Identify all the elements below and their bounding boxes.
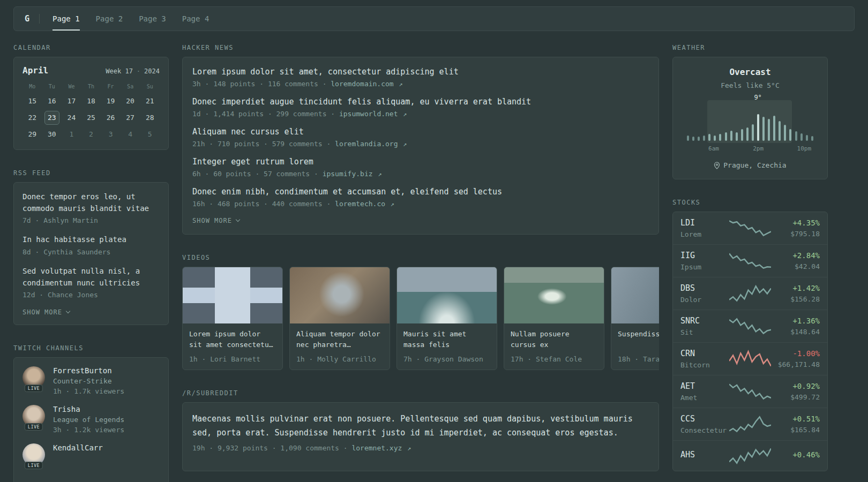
stock-row[interactable]: CRN Bitcorn -1.00% $66,171.48 xyxy=(673,342,827,375)
hn-item[interactable]: Lorem ipsum dolor sit amet, consectetur … xyxy=(192,67,649,88)
hn-item-stats: 1d · 1,414 points · 299 comments · xyxy=(192,110,339,118)
subreddit-post-title[interactable]: Maecenas mollis pulvinar erat non posuer… xyxy=(192,412,649,440)
app-logo[interactable]: G xyxy=(25,7,29,31)
videos-section-title: VIDEOS xyxy=(182,254,659,261)
twitch-channel-row[interactable]: LIVE ForrestBurton Counter-Strike 1h · 1… xyxy=(23,366,160,395)
calendar-day: 19 xyxy=(101,94,121,108)
twitch-widget: TWITCH CHANNELS LIVE ForrestBurton Count… xyxy=(13,344,169,482)
subreddit-widget: /R/SUBREDDIT Maecenas mollis pulvinar er… xyxy=(182,389,659,471)
hn-item-title[interactable]: Aliquam nec cursus elit xyxy=(192,127,649,137)
weather-bar xyxy=(687,135,689,141)
video-card[interactable]: Aliquam tempor dolor nec pharetra… 1h · … xyxy=(289,267,390,370)
show-more-label: SHOW MORE xyxy=(23,308,62,316)
stock-row[interactable]: AHS +0.46% xyxy=(673,440,827,471)
channel-meta: 1h · 1.7k viewers xyxy=(53,387,124,395)
stock-ticker: CCS xyxy=(680,414,729,424)
external-link-icon: ↗ xyxy=(407,445,411,452)
video-title[interactable]: Lorem ipsum dolor sit amet consectetu… xyxy=(189,329,276,351)
weather-condition: Overcast xyxy=(683,67,818,77)
video-card[interactable]: Lorem ipsum dolor sit amet consectetu… 1… xyxy=(182,267,283,370)
weather-bar xyxy=(719,134,721,141)
hn-item-domain[interactable]: loremlandia.org xyxy=(335,140,398,148)
calendar-day: 30 xyxy=(42,127,62,141)
weekday-label: Th xyxy=(81,84,101,89)
stock-price: $66,171.48 xyxy=(771,360,820,368)
rss-show-more-button[interactable]: SHOW MORE xyxy=(23,308,160,316)
video-title[interactable]: Suspendisse diam xyxy=(618,329,659,351)
stock-change: +0.51% xyxy=(771,415,820,423)
show-more-label: SHOW MORE xyxy=(192,217,232,224)
video-thumbnail[interactable] xyxy=(290,267,390,323)
channel-info: Trisha League of Legends 3h · 1.2k viewe… xyxy=(53,405,124,434)
twitch-channel-row[interactable]: LIVE Trisha League of Legends 3h · 1.2k … xyxy=(23,405,160,434)
video-meta: 7h · Grayson Dawson xyxy=(403,355,490,363)
weather-feels-like: Feels like 5°C xyxy=(683,81,818,89)
hn-item[interactable]: Integer eget rutrum lorem 6h · 60 points… xyxy=(192,157,649,178)
subreddit-post-domain[interactable]: loremnet.xyz xyxy=(351,444,402,452)
video-info: Nullam posuere cursus ex 17h · Stefan Co… xyxy=(504,323,604,370)
stock-row[interactable]: LDI Lorem +4.35% $795.18 xyxy=(673,212,827,244)
stocks-widget: STOCKS LDI Lorem +4.35% $795.18 IIG xyxy=(672,199,828,471)
hn-item-meta: 21h · 710 points · 579 comments · loreml… xyxy=(192,140,649,148)
hn-item[interactable]: Donec imperdiet augue tincidunt felis al… xyxy=(192,97,649,118)
hn-item-stats: 3h · 148 points · 116 comments · xyxy=(192,80,331,88)
weather-card: Overcast Feels like 5°C 9° 6am 2pm 10pm … xyxy=(672,57,828,179)
rss-item[interactable]: Donec tempor eros leo, ut commodo mauris… xyxy=(23,191,160,224)
calendar-day: 29 xyxy=(23,127,42,141)
hn-item-domain[interactable]: loremdomain.com xyxy=(331,80,393,88)
video-title[interactable]: Nullam posuere cursus ex xyxy=(511,329,597,351)
rss-item-title[interactable]: In hac habitasse platea xyxy=(23,234,160,246)
hn-item-domain[interactable]: ipsumworld.net xyxy=(339,110,398,118)
rss-item[interactable]: Sed volutpat nulla nisl, a condimentum n… xyxy=(23,266,160,299)
hn-item-domain[interactable]: loremtech.co xyxy=(335,200,385,208)
rss-item-title[interactable]: Sed volutpat nulla nisl, a condimentum n… xyxy=(23,266,160,289)
hacker-news-section-title: HACKER NEWS xyxy=(182,44,659,51)
rss-item-title[interactable]: Donec tempor eros leo, ut commodo mauris… xyxy=(23,191,160,214)
video-card[interactable]: Nullam posuere cursus ex 17h · Stefan Co… xyxy=(504,267,604,370)
video-thumbnail[interactable] xyxy=(611,267,659,323)
video-card[interactable]: Suspendisse diam 18h · Tara xyxy=(611,267,659,370)
rss-item[interactable]: In hac habitasse platea 8d · Cynthia Sau… xyxy=(23,234,160,256)
channel-name[interactable]: ForrestBurton xyxy=(53,366,124,375)
stock-row[interactable]: IIG Ipsum +2.84% $42.04 xyxy=(673,244,827,277)
channel-name[interactable]: KendallCarr xyxy=(53,443,103,452)
hn-item-title[interactable]: Donec imperdiet augue tincidunt felis al… xyxy=(192,97,649,107)
video-title[interactable]: Aliquam tempor dolor nec pharetra… xyxy=(296,329,383,351)
video-card[interactable]: Mauris sit amet massa felis 7h · Grayson… xyxy=(396,267,497,370)
video-title[interactable]: Mauris sit amet massa felis xyxy=(403,329,490,351)
hn-show-more-button[interactable]: SHOW MORE xyxy=(192,217,649,224)
video-thumbnail[interactable] xyxy=(397,267,497,323)
stock-values: +0.51% $165.84 xyxy=(771,415,820,434)
channel-info: ForrestBurton Counter-Strike 1h · 1.7k v… xyxy=(53,366,124,395)
tab-page-4[interactable]: Page 4 xyxy=(182,7,209,31)
stock-values: -1.00% $66,171.48 xyxy=(771,349,820,368)
tab-page-3[interactable]: Page 3 xyxy=(139,7,166,31)
hn-item-title[interactable]: Donec enim nibh, condimentum et accumsan… xyxy=(192,187,649,197)
channel-game: Counter-Strike xyxy=(53,377,124,385)
hn-item[interactable]: Aliquam nec cursus elit 21h · 710 points… xyxy=(192,127,649,148)
left-column: CALENDAR April Week 17 · 2024 Mo Tu We T… xyxy=(13,44,169,482)
video-thumbnail[interactable] xyxy=(183,267,282,323)
hn-item-title[interactable]: Integer eget rutrum lorem xyxy=(192,157,649,167)
tab-page-1[interactable]: Page 1 xyxy=(53,7,80,31)
stock-row[interactable]: SNRC Sit +1.36% $148.64 xyxy=(673,310,827,342)
hn-item-domain[interactable]: ipsumify.biz xyxy=(323,170,373,178)
twitch-channel-row[interactable]: LIVE KendallCarr xyxy=(23,443,160,469)
tab-page-2[interactable]: Page 2 xyxy=(96,7,123,31)
videos-widget: VIDEOS Lorem ipsum dolor sit amet consec… xyxy=(182,254,659,370)
hn-item-title[interactable]: Lorem ipsum dolor sit amet, consectetur … xyxy=(192,67,649,77)
calendar-day-next-month: 3 xyxy=(101,127,121,141)
weather-bar xyxy=(773,116,775,141)
channel-name[interactable]: Trisha xyxy=(53,405,124,413)
stock-row[interactable]: AET Amet +0.92% $499.72 xyxy=(673,375,827,408)
video-thumbnail[interactable] xyxy=(504,267,604,323)
weather-bar xyxy=(708,134,710,141)
external-link-icon: ↗ xyxy=(378,170,381,178)
stock-row[interactable]: CCS Consectetur +0.51% $165.84 xyxy=(673,408,827,440)
subreddit-post[interactable]: Maecenas mollis pulvinar erat non posuer… xyxy=(192,412,649,452)
stock-change: +4.35% xyxy=(771,219,820,227)
hn-item[interactable]: Donec enim nibh, condimentum et accumsan… xyxy=(192,187,649,208)
weather-bar xyxy=(779,121,781,141)
stock-row[interactable]: DBS Dolor +1.42% $156.28 xyxy=(673,277,827,310)
hn-item-meta: 6h · 60 points · 57 comments · ipsumify.… xyxy=(192,170,649,178)
